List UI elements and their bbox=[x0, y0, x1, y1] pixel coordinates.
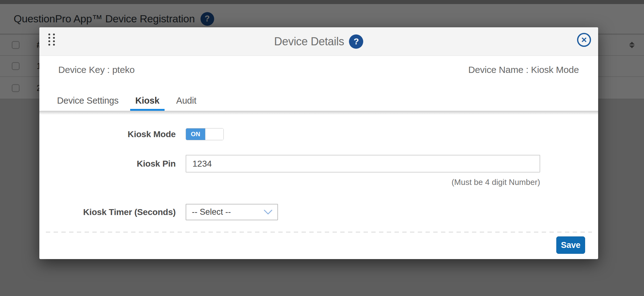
tab-bar: Device Settings Kiosk Audit bbox=[39, 84, 598, 111]
close-icon[interactable]: ✕ bbox=[577, 33, 591, 47]
modal-title-wrap: Device Details ? bbox=[39, 27, 598, 56]
kiosk-pin-input[interactable] bbox=[186, 155, 540, 173]
device-details-modal: Device Details ? ✕ Device Key : pteko De… bbox=[39, 27, 598, 259]
page: QuestionPro App™ Device Registration ? #… bbox=[0, 0, 644, 296]
tabs-shadow bbox=[39, 111, 598, 115]
modal-header: Device Details ? ✕ bbox=[39, 27, 598, 56]
toggle-knob bbox=[205, 128, 223, 140]
modal-help-icon[interactable]: ? bbox=[349, 34, 363, 49]
device-name-label: Device Name : Kiosk Mode bbox=[468, 65, 579, 75]
modal-title: Device Details bbox=[274, 35, 344, 48]
kiosk-pin-hint: (Must be 4 digit Number) bbox=[186, 177, 540, 187]
chevron-down-icon bbox=[264, 209, 272, 215]
device-meta-row: Device Key : pteko Device Name : Kiosk M… bbox=[39, 56, 598, 84]
kiosk-mode-label: Kiosk Mode bbox=[39, 128, 176, 140]
tab-audit[interactable]: Audit bbox=[171, 96, 201, 111]
kiosk-timer-value: -- Select -- bbox=[192, 207, 231, 217]
device-key-label: Device Key : pteko bbox=[58, 65, 135, 75]
tab-device-settings[interactable]: Device Settings bbox=[52, 96, 124, 111]
kiosk-timer-select[interactable]: -- Select -- bbox=[186, 204, 278, 220]
save-button[interactable]: Save bbox=[556, 236, 585, 254]
kiosk-timer-label: Kiosk Timer (Seconds) bbox=[39, 204, 176, 220]
kiosk-pin-label: Kiosk Pin bbox=[39, 155, 176, 173]
tab-kiosk[interactable]: Kiosk bbox=[130, 96, 165, 111]
toggle-on-segment: ON bbox=[186, 128, 205, 140]
footer-divider bbox=[46, 232, 592, 232]
kiosk-mode-toggle[interactable]: ON bbox=[186, 128, 224, 140]
